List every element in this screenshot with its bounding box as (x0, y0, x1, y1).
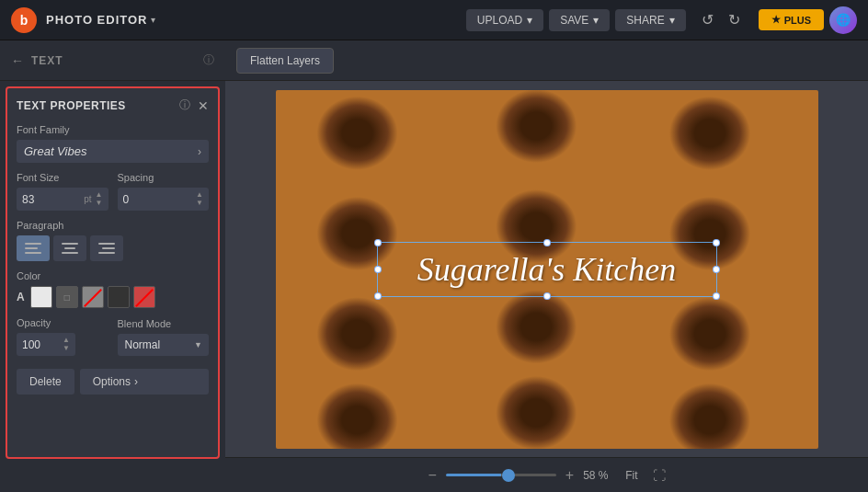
text-properties-panel: TEXT PROPERTIES ⓘ ✕ Font Family Great Vi… (6, 86, 220, 459)
align-left-button[interactable] (17, 235, 50, 261)
font-size-arrows: ▲ ▼ (96, 191, 103, 207)
plus-button[interactable]: ★ PLUS (759, 9, 824, 30)
opacity-group: Opacity 100 ▲ ▼ (17, 317, 108, 356)
color-label: Color (17, 270, 209, 281)
upload-dropdown-icon: ▾ (527, 14, 532, 27)
spacing-spinbox[interactable]: 0 ▲ ▼ (118, 188, 210, 211)
canvas-text-box[interactable]: Sugarella's Kitchen (377, 242, 717, 297)
sidebar-lower (0, 464, 225, 492)
app-logo[interactable]: b (11, 7, 37, 33)
content-area: Flatten Layers (225, 40, 868, 492)
main-area: ← TEXT ⓘ TEXT PROPERTIES ⓘ ✕ Font Family… (0, 40, 868, 492)
spacing-label: Spacing (118, 172, 210, 183)
flatten-layers-button[interactable]: Flatten Layers (236, 48, 334, 74)
font-family-selector[interactable]: Great Vibes › (17, 140, 209, 163)
font-size-down-arrow[interactable]: ▼ (96, 200, 103, 207)
align-center-icon (62, 243, 78, 254)
text-color-swatch[interactable] (30, 286, 52, 308)
panel-info-icon[interactable]: ⓘ (179, 97, 190, 113)
bottom-button-row: Delete Options › (17, 369, 209, 395)
zoom-slider[interactable] (446, 474, 556, 476)
selection-handle-ml[interactable] (374, 266, 382, 273)
font-family-arrow-icon: › (198, 145, 201, 158)
zoom-minus-button[interactable]: − (428, 467, 436, 484)
color-row: A □ (17, 286, 209, 308)
align-right-button[interactable] (90, 235, 123, 261)
delete-button[interactable]: Delete (17, 369, 74, 395)
save-dropdown-icon: ▾ (593, 14, 599, 27)
selection-handle-bl[interactable] (374, 292, 382, 300)
selection-handle-mr[interactable] (713, 266, 720, 273)
opacity-value: 100 (22, 338, 63, 351)
share-button[interactable]: SHARE ▾ (615, 9, 685, 31)
zoom-fit-button[interactable]: Fit (620, 467, 643, 484)
selection-handle-tr[interactable] (713, 239, 720, 246)
app-name: PHOTO EDITOR (46, 13, 147, 27)
zoom-plus-button[interactable]: + (565, 467, 574, 484)
opacity-arrows: ▲ ▼ (63, 337, 70, 352)
options-button[interactable]: Options › (80, 369, 209, 395)
font-size-spinbox[interactable]: 83 pt ▲ ▼ (17, 188, 108, 211)
shadow-color-swatch[interactable] (108, 286, 130, 308)
align-left-icon (25, 243, 41, 254)
text-tab-back-button[interactable]: ← (11, 53, 24, 68)
stroke-color-swatch[interactable]: □ (56, 286, 78, 308)
left-sidebar: ← TEXT ⓘ TEXT PROPERTIES ⓘ ✕ Font Family… (0, 40, 225, 492)
blend-mode-label: Blend Mode (118, 318, 210, 329)
stroke-none-swatch[interactable] (82, 286, 104, 308)
text-tab-header: ← TEXT ⓘ (0, 40, 225, 81)
selection-handle-br[interactable] (713, 292, 720, 300)
panel-header: TEXT PROPERTIES ⓘ ✕ (17, 97, 209, 113)
undo-button[interactable]: ↺ (696, 9, 719, 30)
spacing-down-arrow[interactable]: ▼ (196, 200, 203, 207)
color-a-label: A (17, 291, 25, 303)
paragraph-alignment-row (17, 235, 209, 261)
save-button[interactable]: SAVE ▾ (549, 9, 610, 31)
font-size-group: Font Size 83 pt ▲ ▼ (17, 172, 108, 211)
share-dropdown-icon: ▾ (669, 14, 675, 27)
avatar-icon: 🌐 (836, 13, 851, 27)
redo-button[interactable]: ↻ (723, 9, 746, 30)
canvas-text[interactable]: Sugarella's Kitchen (417, 251, 676, 288)
canvas-text-overlay[interactable]: Sugarella's Kitchen (377, 233, 717, 306)
spacing-value: 0 (123, 193, 197, 206)
text-tab-info-icon[interactable]: ⓘ (203, 52, 214, 68)
blend-mode-select-wrap: Normal Multiply Screen Overlay Darken Li… (118, 334, 210, 356)
paragraph-label: Paragraph (17, 220, 209, 231)
opacity-down-arrow[interactable]: ▼ (63, 345, 70, 352)
font-size-value: 83 (22, 193, 84, 206)
opacity-spinbox[interactable]: 100 ▲ ▼ (17, 333, 75, 356)
upload-button[interactable]: UPLOAD ▾ (466, 9, 543, 31)
app-name-dropdown-icon[interactable]: ▾ (151, 15, 155, 25)
font-size-unit: pt (84, 194, 91, 204)
selection-handle-tl[interactable] (374, 239, 382, 246)
shadow-none-swatch[interactable] (133, 286, 155, 308)
zoom-percentage: 58 % (583, 469, 611, 482)
stroke-color-icon: □ (64, 292, 70, 303)
canvas-image: Sugarella's Kitchen (276, 90, 818, 449)
panel-close-button[interactable]: ✕ (198, 98, 209, 113)
selection-handle-tc[interactable] (543, 239, 551, 246)
canvas-toolbar: Flatten Layers (225, 40, 868, 81)
selection-handle-bc[interactable] (543, 292, 551, 300)
opacity-up-arrow[interactable]: ▲ (63, 337, 70, 344)
align-center-button[interactable] (53, 235, 86, 261)
spacing-up-arrow[interactable]: ▲ (196, 191, 203, 199)
undo-redo-group: ↺ ↻ (696, 9, 746, 30)
avatar[interactable]: 🌐 (829, 6, 857, 34)
bottom-bar: − + 58 % Fit ⛶ (225, 457, 868, 492)
star-icon: ★ (771, 14, 781, 26)
spacing-arrows: ▲ ▼ (196, 191, 203, 207)
blend-mode-group: Blend Mode Normal Multiply Screen Overla… (118, 318, 210, 356)
font-size-label: Font Size (17, 172, 108, 183)
canvas-wrapper: Sugarella's Kitchen (225, 81, 868, 457)
blend-mode-select[interactable]: Normal Multiply Screen Overlay Darken Li… (118, 334, 210, 356)
font-size-up-arrow[interactable]: ▲ (96, 191, 103, 199)
opacity-label: Opacity (17, 317, 108, 328)
opacity-blend-row: Opacity 100 ▲ ▼ Blend Mode Normal (17, 317, 209, 356)
text-tab-label: TEXT (31, 54, 63, 67)
zoom-expand-button[interactable]: ⛶ (653, 468, 666, 483)
options-arrow-icon: › (134, 375, 138, 388)
spacing-group: Spacing 0 ▲ ▼ (118, 172, 210, 211)
font-size-spacing-row: Font Size 83 pt ▲ ▼ Spacing 0 (17, 172, 209, 211)
